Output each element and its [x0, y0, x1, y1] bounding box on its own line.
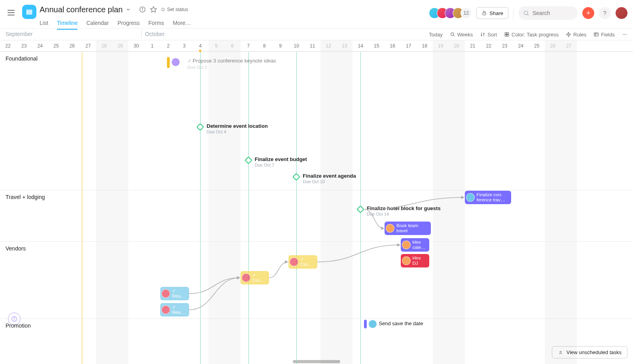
task-card-research-2[interactable]: ✓Rea… [160, 303, 189, 317]
date-cell[interactable]: 13 [337, 40, 353, 51]
date-cell[interactable]: 30 [128, 40, 144, 51]
header: Annual conference plan Set status List T… [0, 0, 633, 28]
date-cell[interactable]: 29 [112, 40, 129, 51]
date-cell[interactable]: 22 [0, 40, 16, 51]
section-foundational [0, 51, 633, 190]
date-cell[interactable]: 24 [32, 40, 48, 51]
tab-more[interactable]: More… [173, 17, 191, 30]
color-button[interactable]: Color: Task progress [504, 32, 559, 38]
chevron-down-icon[interactable] [123, 4, 134, 15]
today-button[interactable]: Today [429, 32, 443, 38]
section-label[interactable]: Vendors [6, 245, 26, 252]
task-card-book-travel[interactable]: Book teamtravel [385, 222, 431, 235]
section-label[interactable]: Foundational [6, 55, 38, 62]
milestone-label[interactable]: Determine event locationDue Oct 4 [207, 123, 268, 135]
tab-calendar[interactable]: Calendar [86, 17, 109, 30]
date-cell[interactable]: 17 [401, 40, 417, 51]
date-cell[interactable]: 26 [64, 40, 80, 51]
task-card-hire-dj[interactable]: HireDJ [401, 254, 430, 267]
date-strip: 2223242526272829301234567891011121314151… [0, 40, 633, 51]
milestone-label[interactable]: Finalize hotel block for guestsDue Oct 1… [367, 205, 440, 217]
section-label[interactable]: Promotion [6, 322, 31, 329]
project-title[interactable]: Annual conference plan [40, 5, 123, 14]
svg-line-9 [527, 14, 529, 15]
header-main: Annual conference plan Set status List T… [40, 4, 200, 30]
svg-rect-7 [483, 13, 486, 15]
date-cell[interactable]: 11 [305, 40, 321, 51]
date-cell[interactable]: 2 [160, 40, 176, 51]
date-cell[interactable]: 8 [256, 40, 273, 51]
date-cell[interactable]: 27 [561, 40, 577, 51]
date-cell[interactable]: 23 [16, 40, 32, 51]
svg-rect-12 [505, 32, 506, 34]
tab-list[interactable]: List [40, 17, 48, 30]
date-cell[interactable]: 6 [224, 40, 241, 51]
date-cell[interactable]: 3 [176, 40, 193, 51]
set-status-button[interactable]: Set status [159, 6, 190, 13]
date-cell[interactable]: 5 [208, 40, 225, 51]
date-cell[interactable]: 23 [497, 40, 513, 51]
milestone-label[interactable]: Finalize event budgetDue Oct 7 [255, 156, 307, 168]
svg-point-5 [142, 8, 143, 8]
timeline-canvas[interactable]: View unscheduled tasks FoundationalTrave… [0, 51, 633, 364]
section-promotion [0, 318, 633, 354]
more-button[interactable] [622, 32, 627, 37]
help-button[interactable]: ? [599, 7, 611, 19]
task-card-conference-travel[interactable]: Finalize con-ference trav… [465, 191, 511, 204]
date-cell[interactable]: 25 [48, 40, 64, 51]
task-bar[interactable] [167, 57, 170, 68]
share-label: Share [489, 10, 503, 16]
task-label[interactable]: Send save the date [379, 320, 423, 327]
tab-forms[interactable]: Forms [148, 17, 164, 30]
date-cell[interactable]: 20 [449, 40, 465, 51]
date-cell[interactable]: 1 [144, 40, 161, 51]
date-cell[interactable]: 14 [353, 40, 369, 51]
section-label[interactable]: Travel + lodging [6, 194, 45, 200]
task-card-collect-1[interactable]: ✓Col-… [288, 255, 317, 269]
tab-timeline[interactable]: Timeline [57, 17, 78, 30]
info-icon[interactable] [137, 4, 148, 15]
task-card-hire-caterer[interactable]: Hirecate… [401, 238, 430, 252]
date-cell[interactable]: 9 [273, 40, 289, 51]
star-icon[interactable] [148, 4, 159, 15]
date-cell[interactable]: 22 [481, 40, 497, 51]
sort-button[interactable]: Sort [480, 32, 497, 38]
date-cell[interactable]: 27 [80, 40, 97, 51]
date-cell[interactable]: 25 [529, 40, 545, 51]
header-right: 12 Share + ? [429, 6, 627, 20]
avatar-overflow[interactable]: 12 [461, 8, 472, 19]
tab-progress[interactable]: Progress [118, 17, 140, 30]
svg-rect-2 [27, 13, 32, 14]
date-cell[interactable]: 7 [241, 40, 257, 51]
search-box[interactable] [518, 6, 578, 20]
date-cell[interactable]: 26 [545, 40, 561, 51]
task-card-collect-2[interactable]: ✓Col-… [241, 271, 269, 284]
global-add-button[interactable]: + [582, 7, 594, 19]
date-cell[interactable]: 10 [288, 40, 305, 51]
date-cell[interactable]: 24 [513, 40, 529, 51]
milestone-label[interactable]: Finalize event agendaDue Oct 10 [303, 173, 356, 184]
date-cell[interactable]: 15 [369, 40, 385, 51]
task-card-research-1[interactable]: ✓Rea… [160, 287, 189, 300]
svg-marker-6 [151, 7, 157, 12]
date-cell[interactable]: 28 [96, 40, 112, 51]
fields-button[interactable]: Fields [593, 32, 615, 38]
date-cell[interactable]: 19 [433, 40, 449, 51]
section-travel [0, 190, 633, 241]
menu-toggle[interactable] [6, 7, 17, 18]
date-cell[interactable]: 12 [320, 40, 337, 51]
facepile[interactable]: 12 [429, 8, 472, 19]
zoom-weeks[interactable]: Weeks [450, 32, 473, 38]
task-label[interactable]: ✓Propose 3 conference keynote ideasDue O… [188, 58, 276, 70]
date-cell[interactable]: 18 [417, 40, 433, 51]
current-user-avatar[interactable] [616, 7, 627, 19]
project-icon[interactable] [22, 5, 36, 19]
date-cell[interactable]: 21 [465, 40, 481, 51]
svg-point-8 [524, 11, 528, 15]
divider [513, 7, 514, 19]
task-bar[interactable] [364, 320, 367, 328]
search-input[interactable] [533, 10, 572, 16]
share-button[interactable]: Share [476, 7, 508, 19]
date-cell[interactable]: 16 [385, 40, 401, 51]
rules-button[interactable]: Rules [566, 32, 586, 38]
